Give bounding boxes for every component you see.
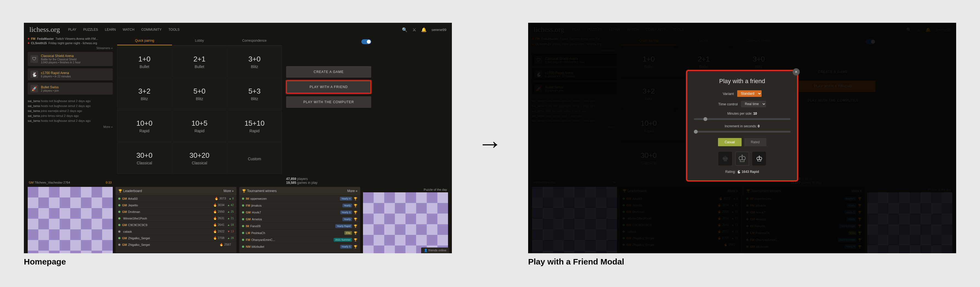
chess-board (28, 187, 113, 253)
leaderboard-row[interactable]: GMZhigalko_Sergei🔥 2587 (116, 241, 237, 248)
leaderboard-row[interactable]: GMC9C9C9C9C9🔥 2641▲ 18 (116, 222, 237, 228)
nav-play[interactable]: PLAY (68, 28, 76, 32)
minutes-slider[interactable] (694, 118, 791, 120)
modal-title: Play with a friend (694, 78, 791, 85)
pairing-cell[interactable]: 1+0Bullet (117, 46, 172, 78)
leaderboard-title: Leaderboard (123, 189, 142, 193)
tournament-name: Bullet Swiss (41, 85, 59, 89)
winner-row[interactable]: IMFano09Yearly Rapid🏆 (239, 223, 360, 230)
variant-select[interactable]: Standard (737, 90, 762, 97)
streamer-name: CLSmith15 (31, 41, 47, 45)
streamer-title: FM (31, 37, 35, 40)
streamer-row[interactable]: FMFedaMaster Twitch Viewers Arena with F… (28, 37, 113, 41)
leaderboard-row[interactable]: GMJepetto🔥 3034▲ 42 (116, 202, 237, 208)
timeline-more[interactable]: More » (28, 124, 113, 129)
tournament-box[interactable]: 🛡Classical Shield ArenaBattle for the Cl… (28, 52, 113, 66)
timeline-item[interactable]: sai_tama joins earnejia simul 2 days ago (28, 108, 113, 113)
bell-icon[interactable]: 🔔 (421, 27, 426, 32)
winner-row[interactable]: FMjimakosYearly🏆 (239, 202, 360, 209)
rated-button[interactable]: Rated (745, 138, 766, 146)
leaderboard-row[interactable]: GMZhigalko_Sergei🔥 2708▲ 28 (116, 234, 237, 241)
tournament-desc: Battle for the Classical Shield (41, 58, 81, 61)
color-white-button[interactable]: ♔ (752, 152, 766, 166)
pairing-cell[interactable]: 3+2Blitz (117, 78, 172, 110)
streamer-row[interactable]: CLSmith15 Friday night game night - lich… (28, 41, 113, 45)
player-title: GM (29, 181, 34, 184)
tournament-box[interactable]: 🚀Bullet Swiss2 players • join (28, 83, 113, 95)
color-random-button[interactable]: ♔ (735, 152, 749, 166)
pairing-cell[interactable]: 30+20Classical (172, 142, 227, 174)
logo[interactable]: lichess.org (29, 26, 60, 34)
winner-row[interactable]: IMopperwezenYearly H🏆 (239, 195, 360, 202)
rabbit-icon: 🐇 (30, 70, 38, 78)
tab-lobby[interactable]: Lobby (172, 37, 227, 45)
pairing-cell[interactable]: 3+0Blitz (227, 46, 282, 78)
tournament-name: Classical Shield Arena (41, 54, 81, 58)
pairing-cell[interactable]: 15+10Rapid (227, 110, 282, 142)
timeline-item[interactable]: sai_tama hosts not bughouse simul 2 days… (28, 99, 113, 104)
pairing-cell[interactable]: 10+0Rapid (117, 110, 172, 142)
leaderboard-row[interactable]: catask🔥 2922▼ 13 (116, 228, 237, 234)
winner-row[interactable]: GMArnelosYearly🏆 (239, 216, 360, 223)
nav-community[interactable]: COMMUNITY (141, 28, 162, 32)
puzzle-of-day[interactable]: Puzzle of the day (363, 187, 448, 253)
lobby-tabs: Quick pairing Lobby Correspondence (117, 37, 282, 46)
search-icon[interactable]: 🔍 (402, 27, 407, 32)
nav-learn[interactable]: LEARN (105, 28, 116, 32)
close-icon[interactable]: ✕ (792, 68, 800, 75)
pairing-cell[interactable]: 5+3Blitz (227, 78, 282, 110)
timeline-item[interactable]: sai_tama joins bmxu simul 2 days ago (28, 113, 113, 118)
leaderboard-more[interactable]: More » (224, 189, 234, 193)
tab-quick-pairing[interactable]: Quick pairing (117, 37, 172, 45)
live-dot-icon (28, 42, 29, 44)
play-with-computer-button[interactable]: PLAY WITH THE COMPUTER (286, 96, 371, 108)
challenge-icon[interactable]: ⚔ (412, 27, 416, 32)
color-black-button[interactable]: ♚ (718, 152, 732, 166)
caption-left: Homepage (24, 257, 452, 266)
friends-online[interactable]: 👤 friends online (421, 247, 449, 253)
tournament-box[interactable]: 🐇≤1700 Rapid Arena6 players • in 22 minu… (28, 68, 113, 80)
tournament-meta: 3,843 players • finishes in 1 hour (41, 61, 81, 64)
pairing-cell[interactable]: 10+5Rapid (172, 110, 227, 142)
pairing-cell[interactable]: 2+1Bullet (172, 46, 227, 78)
tab-correspondence[interactable]: Correspondence (227, 37, 282, 45)
pairing-cell[interactable]: 30+0Classical (117, 142, 172, 174)
sound-toggle[interactable] (361, 39, 371, 44)
modal-screenshot: lichess.org PLAY PUZZLES LEARN WATCH COM… (528, 23, 956, 253)
homepage-screenshot: lichess.org PLAY PUZZLES LEARN WATCH COM… (24, 23, 452, 253)
increment-slider[interactable] (694, 131, 791, 132)
winners-more[interactable]: More » (347, 189, 358, 193)
create-game-button[interactable]: CREATE A GAME (286, 66, 371, 78)
leaderboard-row[interactable]: Winnie1the1Pooh🔥 2631▲ 21 (116, 215, 237, 222)
time-control-select[interactable]: Real time (741, 101, 766, 107)
variant-label: Variant (723, 92, 733, 96)
winner-row[interactable]: LMPeshkaChElite🏆 (239, 230, 360, 236)
nav-watch[interactable]: WATCH (123, 28, 134, 32)
leaderboard-row[interactable]: GMArka50🔥 3073▲ 8 (116, 195, 237, 202)
play-with-friend-modal: ✕ Play with a friend VariantStandard Tim… (687, 71, 797, 180)
timeline-item[interactable]: sai_tama hosts not bughouse simul 2 days… (28, 104, 113, 108)
streamers-link[interactable]: Streamers » (28, 46, 113, 49)
leaderboard-row[interactable]: GMDrvitman🔥 2950▲ 25 (116, 208, 237, 215)
featured-game[interactable]: GM Tilicheev_Viacheslav 27640:33 (28, 187, 113, 253)
nav-tools[interactable]: TOOLS (169, 28, 180, 32)
play-with-friend-button[interactable]: PLAY WITH A FRIEND (286, 80, 371, 94)
pairing-cell[interactable]: 5+0Blitz (172, 78, 227, 110)
casual-button[interactable]: Casual (718, 138, 741, 146)
minutes-label: Minutes per side: 10 (694, 112, 791, 115)
shield-icon: 🛡 (30, 55, 38, 63)
nav-puzzles[interactable]: PUZZLES (83, 28, 98, 32)
right-sidebar: CREATE A GAME PLAY WITH A FRIEND PLAY WI… (286, 37, 371, 185)
chess-board (363, 192, 448, 253)
increment-label: Increment in seconds: 0 (694, 124, 791, 128)
pairing-cell[interactable]: Custom (227, 142, 282, 174)
winner-row[interactable]: FMOhanyanEminC...2021 Summer🏆 (239, 236, 360, 243)
tournament-name: ≤1700 Rapid Arena (41, 71, 71, 75)
tournament-desc: 6 players • in 22 minutes (41, 75, 71, 78)
streamer-desc: Twitch Viewers Arena with FM... (56, 37, 98, 40)
winner-row[interactable]: GMHovik7Yearly S🏆 (239, 209, 360, 216)
timeline-item[interactable]: sai_tama hosts not bughouse simul 2 days… (28, 118, 113, 123)
streamer-desc: Friday night game night - lichess.org (48, 41, 97, 45)
winner-row[interactable]: NMblitzbulletYearly S🏆 (239, 243, 360, 250)
username[interactable]: serene99 (431, 28, 446, 32)
